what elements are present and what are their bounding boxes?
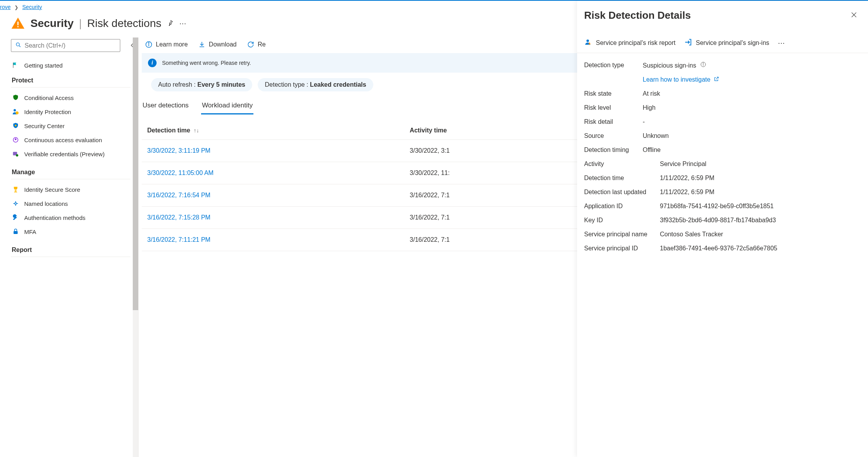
detection-timing-value: Offline bbox=[643, 146, 661, 154]
sidebar-divider bbox=[11, 179, 130, 179]
app-id-label: Application ID bbox=[584, 203, 660, 210]
learn-more-button[interactable]: Learn more bbox=[145, 41, 188, 48]
signins-label: Service principal's sign-ins bbox=[696, 39, 769, 46]
sidebar-item-named-locations[interactable]: Named locations bbox=[11, 196, 130, 211]
sp-id-value: 1baef386-7491-4ee6-9376-72c5a66e7805 bbox=[660, 245, 777, 252]
sidebar-label-verifiable-credentials: Verifiable credentials (Preview) bbox=[24, 151, 105, 157]
sidebar-label-mfa: MFA bbox=[24, 228, 36, 235]
scrollbar-thumb[interactable] bbox=[133, 37, 138, 310]
sidebar-item-continuous-access[interactable]: Continuous access evaluation bbox=[11, 133, 130, 147]
tab-bar: User detections Workload identity bbox=[142, 98, 577, 114]
risk-report-label: Service principal's risk report bbox=[596, 39, 676, 46]
table-header-detection-time[interactable]: Detection time ↑↓ bbox=[142, 121, 404, 140]
table-row[interactable]: 3/16/2022, 7:11:21 PM 3/16/2022, 7:1 bbox=[142, 229, 577, 251]
filter-pill-auto-refresh[interactable]: Auto refresh : Every 5 minutes bbox=[151, 78, 252, 91]
close-icon[interactable] bbox=[850, 11, 858, 20]
svg-rect-3 bbox=[13, 62, 13, 68]
download-button[interactable]: Download bbox=[198, 41, 237, 48]
sidebar-label-continuous-access: Continuous access evaluation bbox=[24, 137, 102, 143]
info-outline-icon[interactable] bbox=[700, 61, 706, 68]
page-title-main: Security bbox=[30, 17, 74, 29]
learn-more-label: Learn more bbox=[156, 41, 188, 48]
activity-label: Activity bbox=[584, 161, 660, 168]
table-row[interactable]: 3/16/2022, 7:16:54 PM 3/16/2022, 7:1 bbox=[142, 184, 577, 207]
warning-triangle-icon bbox=[11, 16, 25, 30]
signins-button[interactable]: Service principal's sign-ins bbox=[684, 38, 769, 48]
sp-name-label: Service principal name bbox=[584, 231, 660, 238]
refresh-button[interactable]: Re bbox=[247, 41, 266, 48]
dt-value: 1/11/2022, 6:59 PM bbox=[660, 175, 715, 182]
app-id-value: 971b68fa-7541-4192-be59-c0ff3b5e1851 bbox=[660, 203, 774, 210]
sidebar-section-report: Report bbox=[12, 246, 130, 253]
search-icon bbox=[15, 42, 21, 49]
search-input[interactable] bbox=[11, 39, 120, 52]
table-row[interactable]: 3/30/2022, 3:11:19 PM 3/30/2022, 3:1 bbox=[142, 140, 577, 162]
detection-time-link[interactable]: 3/30/2022, 3:11:19 PM bbox=[147, 147, 210, 154]
filter-pill-detection-type[interactable]: Detection type : Leaked credentials bbox=[258, 78, 373, 91]
sort-asc-icon: ↑↓ bbox=[194, 127, 199, 134]
activity-time-value: 3/30/2022, 11: bbox=[404, 162, 577, 184]
investigate-link-label: Learn how to investigate bbox=[643, 76, 710, 83]
activity-time-value: 3/16/2022, 7:1 bbox=[404, 207, 577, 229]
table-row[interactable]: 3/30/2022, 11:05:00 AM 3/30/2022, 11: bbox=[142, 162, 577, 184]
signin-icon bbox=[684, 38, 693, 48]
tab-workload-identity[interactable]: Workload identity bbox=[201, 99, 253, 114]
more-icon[interactable]: ⋯ bbox=[778, 39, 786, 47]
investigate-link[interactable]: Learn how to investigate bbox=[643, 76, 719, 83]
detections-table: Detection time ↑↓ Activity time 3/30/202… bbox=[142, 121, 577, 251]
sidebar-scrollbar[interactable] bbox=[133, 37, 138, 457]
sidebar-label-identity-secure-score: Identity Secure Score bbox=[24, 186, 80, 193]
details-command-bar: Service principal's risk report Service … bbox=[577, 36, 868, 53]
tab-user-detections[interactable]: User detections bbox=[142, 99, 189, 114]
risk-report-button[interactable]: Service principal's risk report bbox=[584, 38, 676, 48]
pin-icon[interactable] bbox=[167, 20, 174, 28]
svg-point-2 bbox=[16, 43, 20, 46]
svg-rect-0 bbox=[18, 22, 19, 25]
activity-time-value: 3/16/2022, 7:1 bbox=[404, 229, 577, 251]
svg-point-16 bbox=[148, 43, 149, 43]
sidebar-label-conditional-access: Conditional Access bbox=[24, 95, 74, 101]
trophy-icon bbox=[12, 186, 20, 193]
sidebar-section-manage: Manage bbox=[12, 169, 130, 176]
flag-icon bbox=[12, 62, 20, 69]
filter-pill-value: Leaked credentials bbox=[310, 81, 366, 88]
detection-timing-label: Detection timing bbox=[584, 146, 643, 154]
activity-value: Service Principal bbox=[660, 161, 706, 168]
page-title: Security | Risk detections bbox=[30, 17, 161, 30]
svg-point-20 bbox=[703, 63, 704, 63]
sidebar-item-mfa[interactable]: MFA bbox=[11, 225, 130, 239]
breadcrumb-chevron-icon: ❯ bbox=[14, 5, 18, 10]
detection-time-link[interactable]: 3/30/2022, 11:05:00 AM bbox=[147, 170, 214, 176]
error-banner: i Something went wrong. Please retry. bbox=[142, 53, 577, 73]
risk-detail-value: - bbox=[643, 118, 645, 125]
detection-time-link[interactable]: 3/16/2022, 7:15:28 PM bbox=[147, 214, 210, 221]
dlu-value: 1/11/2022, 6:59 PM bbox=[660, 189, 715, 196]
sidebar-divider bbox=[11, 257, 130, 257]
sidebar-item-security-center[interactable]: Security Center bbox=[11, 119, 130, 133]
risk-level-value: High bbox=[643, 104, 656, 111]
svg-point-6 bbox=[15, 125, 17, 127]
search-field[interactable] bbox=[25, 42, 116, 49]
dt-label: Detection time bbox=[584, 175, 660, 182]
svg-point-11 bbox=[15, 203, 17, 205]
more-icon[interactable]: ⋯ bbox=[179, 19, 187, 28]
sidebar-item-auth-methods[interactable]: Authentication methods bbox=[11, 211, 130, 225]
shield-icon bbox=[12, 94, 20, 101]
sidebar-item-conditional-access[interactable]: Conditional Access bbox=[11, 91, 130, 105]
person-report-icon bbox=[584, 38, 593, 48]
table-row[interactable]: 3/16/2022, 7:15:28 PM 3/16/2022, 7:1 bbox=[142, 207, 577, 229]
dlu-label: Detection last updated bbox=[584, 189, 660, 196]
sidebar-item-identity-secure-score[interactable]: Identity Secure Score bbox=[11, 182, 130, 196]
detection-time-link[interactable]: 3/16/2022, 7:16:54 PM bbox=[147, 192, 210, 198]
detection-time-link[interactable]: 3/16/2022, 7:11:21 PM bbox=[147, 236, 210, 243]
sidebar-item-verifiable-credentials[interactable]: Verifiable credentials (Preview) bbox=[11, 147, 130, 161]
details-pane: Risk Detection Details Service principal… bbox=[577, 1, 868, 457]
breadcrumb-current[interactable]: Security bbox=[22, 4, 42, 10]
table-header-activity-time[interactable]: Activity time bbox=[404, 121, 577, 140]
sidebar-item-identity-protection[interactable]: Identity Protection bbox=[11, 105, 130, 119]
breadcrumb-prev[interactable]: rove bbox=[0, 4, 11, 10]
sidebar-item-getting-started[interactable]: Getting started bbox=[11, 58, 130, 72]
card-icon bbox=[12, 150, 20, 157]
external-link-icon bbox=[714, 76, 719, 83]
svg-point-4 bbox=[14, 109, 16, 111]
